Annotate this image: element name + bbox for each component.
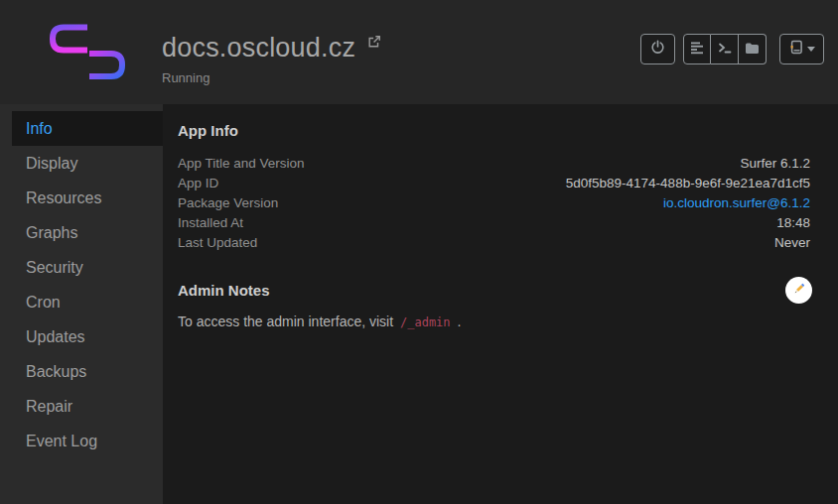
folder-icon [745,41,760,59]
sidebar-item-updates[interactable]: Updates [0,319,163,354]
sidebar-item-backups[interactable]: Backups [0,354,163,389]
table-row: App Title and Version Surfer 6.1.2 [178,156,810,176]
power-button[interactable] [640,34,675,64]
sidebar-item-eventlog[interactable]: Event Log [0,424,163,458]
sidebar-item-graphs[interactable]: Graphs [0,215,163,250]
table-row: Package Version io.cloudron.surfer@6.1.2 [178,195,810,215]
edit-notes-button[interactable] [785,277,812,304]
sidebar-item-info[interactable]: Info [12,111,163,146]
row-value: 5d0f5b89-4174-488b-9e6f-9e21ea7d1cf5 [566,176,810,190]
align-left-icon [690,41,704,59]
header-toolbar [640,34,824,64]
book-icon [789,40,803,59]
page-title: docs.oscloud.cz [162,33,355,63]
power-icon [650,40,665,59]
table-row: Installed At 18:48 [178,215,810,235]
row-label: Installed At [178,215,243,230]
cloudron-logo [48,23,127,80]
row-label: App Title and Version [178,156,305,171]
terminal-button[interactable] [711,34,739,64]
notes-text: To access the admin interface, visit [178,314,397,329]
admin-notes-heading: Admin Notes [178,282,270,299]
sidebar-nav: Info Display Resources Graphs Security C… [0,104,163,504]
admin-path-code: /_admin [397,315,454,329]
app-info-table: App Title and Version Surfer 6.1.2 App I… [178,156,810,255]
admin-notes-content: To access the admin interface, visit /_a… [178,314,810,329]
external-link-icon[interactable] [367,35,381,53]
table-row: Last Updated Never [178,235,810,255]
table-row: App ID 5d0f5b89-4174-488b-9e6f-9e21ea7d1… [178,176,810,195]
row-value: 18:48 [776,215,810,230]
row-label: Last Updated [178,235,257,250]
row-label: Package Version [178,195,278,210]
files-button[interactable] [739,34,767,64]
terminal-icon [718,41,732,59]
row-label: App ID [178,176,218,190]
app-info-heading: App Info [178,122,810,139]
sidebar-item-resources[interactable]: Resources [0,181,163,215]
pencil-icon [792,282,806,299]
notes-text: . [454,314,462,329]
sidebar-item-security[interactable]: Security [0,250,163,285]
logs-button[interactable] [683,34,711,64]
status-badge: Running [162,70,381,85]
row-value: Surfer 6.1.2 [740,156,810,171]
package-version-link[interactable]: io.cloudron.surfer@6.1.2 [663,195,810,210]
docs-menu-button[interactable] [779,34,824,64]
sidebar-item-cron[interactable]: Cron [0,285,163,319]
main-panel: App Info App Title and Version Surfer 6.… [163,104,838,504]
chevron-down-icon [807,47,815,52]
sidebar-item-display[interactable]: Display [0,146,163,181]
row-value: Never [774,235,810,250]
app-header: docs.oscloud.cz Running [0,0,838,104]
sidebar-item-repair[interactable]: Repair [0,389,163,424]
